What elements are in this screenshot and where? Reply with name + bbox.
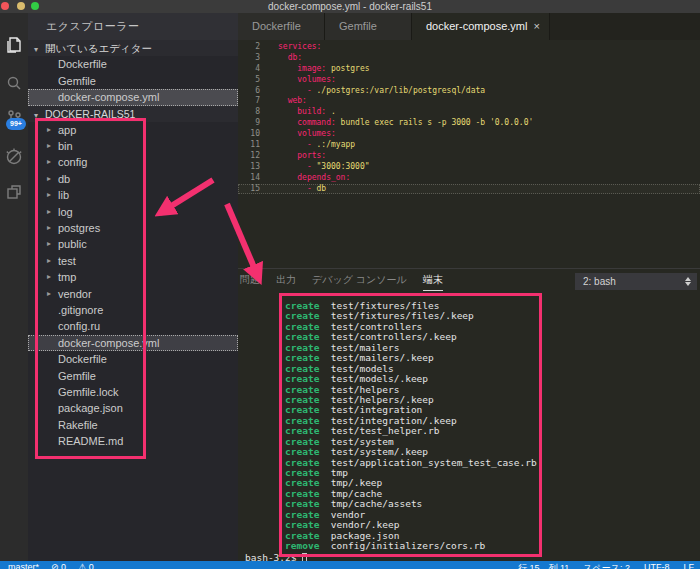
close-window-button[interactable] xyxy=(1,2,9,10)
panel-tab-active[interactable]: 端末 xyxy=(423,273,443,291)
terminal-shell-select[interactable]: 2: bash xyxy=(575,273,697,290)
chevron-right-icon: ▸ xyxy=(47,154,58,171)
minimize-window-button[interactable] xyxy=(17,2,25,10)
zoom-window-button[interactable] xyxy=(31,2,39,10)
editor-tab[interactable]: Gemfile xyxy=(325,13,412,40)
code-text: - .:/myapp xyxy=(278,140,355,151)
code-indent xyxy=(278,129,297,138)
file-tree-item[interactable]: ▸vendor xyxy=(28,286,238,302)
terminal-indent xyxy=(245,321,285,332)
yaml-key: volumes: xyxy=(297,129,336,138)
warning-count[interactable]: ⚠ 0 xyxy=(78,562,94,569)
file-tree-label: lib xyxy=(58,187,69,204)
panel-tab-item[interactable]: 問題 xyxy=(240,273,260,290)
terminal-indent xyxy=(245,394,285,405)
chevron-right-icon: ▸ xyxy=(47,187,58,204)
code-line[interactable]: 9 command: bundle exec rails s -p 3000 -… xyxy=(238,118,700,129)
terminal-indent xyxy=(245,300,285,311)
chevron-right-icon: ▸ xyxy=(47,236,58,253)
code-text: db: xyxy=(278,53,302,64)
error-count[interactable]: ⊘ 0 xyxy=(51,562,66,569)
code-indent xyxy=(278,75,297,84)
code-line[interactable]: 10 volumes: xyxy=(238,129,700,140)
file-tree-item[interactable]: Gemfile xyxy=(28,368,238,384)
file-tree-item[interactable]: ▸lib xyxy=(28,187,238,203)
file-tree-item[interactable]: ▸bin xyxy=(28,138,238,154)
file-tree-item[interactable]: Dockerfile xyxy=(28,351,238,367)
file-tree-item[interactable]: config.ru xyxy=(28,318,238,334)
status-item[interactable]: スペース: 2 xyxy=(583,562,630,569)
terminal-output[interactable]: create test/fixtures/files create test/f… xyxy=(245,301,695,563)
open-editor-item[interactable]: Dockerfile xyxy=(28,56,238,73)
chevron-right-icon: ▸ xyxy=(47,220,58,237)
code-line[interactable]: 13 - "3000:3000" xyxy=(238,162,700,173)
debug-icon[interactable] xyxy=(0,144,28,170)
close-icon[interactable]: × xyxy=(534,13,540,40)
file-tree-item[interactable]: ▸db xyxy=(28,171,238,187)
terminal-op: create xyxy=(285,394,319,405)
terminal-line: remove config/initializers/cors.rb xyxy=(245,541,695,551)
file-tree-item[interactable]: ▸postgres xyxy=(28,220,238,236)
file-tree-item[interactable]: ▸public xyxy=(28,237,238,253)
file-tree-item[interactable]: ▸log xyxy=(28,204,238,220)
code-line[interactable]: 14 depends_on: xyxy=(238,173,700,184)
panel-tab-item[interactable]: デバッグ コンソール xyxy=(312,273,407,290)
editor-tab[interactable]: Dockerfile xyxy=(238,13,325,40)
yaml-value: .:/myapp xyxy=(312,140,355,149)
code-indent xyxy=(278,162,307,171)
code-line[interactable]: 12 ports: xyxy=(238,151,700,162)
code-line[interactable]: 3 db: xyxy=(238,53,700,64)
code-text: volumes: xyxy=(278,129,336,140)
explorer-icon[interactable] xyxy=(0,32,28,58)
panel-tab-item[interactable]: 出力 xyxy=(276,273,296,290)
editor-tab[interactable]: docker-compose.yml× xyxy=(412,13,550,40)
yaml-key: depends_on: xyxy=(297,173,350,182)
editor-code-area[interactable]: 2services:3 db:4 image: postgres5 volume… xyxy=(238,40,700,268)
code-line[interactable]: 15 - db xyxy=(238,184,700,195)
status-bar: master* ⊘ 0 ⚠ 0 行 15、列 11スペース: 2UTF-8LF xyxy=(0,561,700,569)
code-line[interactable]: 7 web: xyxy=(238,96,700,107)
terminal-indent xyxy=(245,509,285,520)
file-tree-item[interactable]: package.json xyxy=(28,400,238,416)
title-bar: docker-compose.yml - docker-rails51 xyxy=(0,0,700,13)
file-tree-item[interactable]: ▸config xyxy=(28,155,238,171)
file-tree-item[interactable]: Rakefile xyxy=(28,417,238,433)
open-editor-item[interactable]: docker-compose.yml xyxy=(28,89,238,106)
open-editors-header[interactable]: ▾開いているエディター xyxy=(28,40,238,56)
code-line[interactable]: 5 volumes: xyxy=(238,75,700,86)
file-tree-item[interactable]: .gitignore xyxy=(28,302,238,318)
terminal-indent xyxy=(245,404,285,415)
file-tree-item[interactable]: Gemfile.lock xyxy=(28,384,238,400)
search-icon[interactable] xyxy=(0,71,28,97)
terminal-path: test/application_system_test_case.rb xyxy=(319,457,536,468)
status-item[interactable]: UTF-8 xyxy=(644,562,670,569)
file-tree-item[interactable]: ▸tmp xyxy=(28,269,238,285)
terminal-path: test/system xyxy=(319,436,393,447)
terminal-path: package.json xyxy=(319,530,399,541)
file-tree-item[interactable]: ▸test xyxy=(28,253,238,269)
terminal-op: create xyxy=(285,373,319,384)
terminal-op: create xyxy=(285,436,319,447)
file-tree-label: Dockerfile xyxy=(58,351,107,368)
code-line[interactable]: 8 build: . xyxy=(238,107,700,118)
line-number: 7 xyxy=(238,96,260,107)
status-item[interactable]: LF xyxy=(683,562,694,569)
status-item[interactable]: 行 15、列 11 xyxy=(518,562,569,569)
chevron-right-icon: ▸ xyxy=(47,171,58,188)
extensions-icon[interactable] xyxy=(0,179,28,205)
code-line[interactable]: 11 - .:/myapp xyxy=(238,140,700,151)
terminal-path: tmp/.keep xyxy=(319,477,382,488)
file-tree-item[interactable]: ▸app xyxy=(28,122,238,138)
file-tree-item[interactable]: README.md xyxy=(28,433,238,449)
terminal-path: test/models/.keep xyxy=(319,373,428,384)
line-number: 3 xyxy=(238,53,260,64)
open-editor-item[interactable]: Gemfile xyxy=(28,73,238,90)
file-tree-item[interactable]: docker-compose.yml xyxy=(28,335,238,351)
terminal-indent xyxy=(245,342,285,353)
terminal-path: test/fixtures/files xyxy=(319,300,439,311)
git-branch-indicator[interactable]: master* xyxy=(8,562,39,569)
code-line[interactable]: 2services: xyxy=(238,42,700,53)
code-line[interactable]: 6 - ./postgres:/var/lib/postgresql/data xyxy=(238,86,700,97)
project-folder-header[interactable]: ▾DOCKER-RAILS51 xyxy=(28,106,238,122)
code-line[interactable]: 4 image: postgres xyxy=(238,64,700,75)
